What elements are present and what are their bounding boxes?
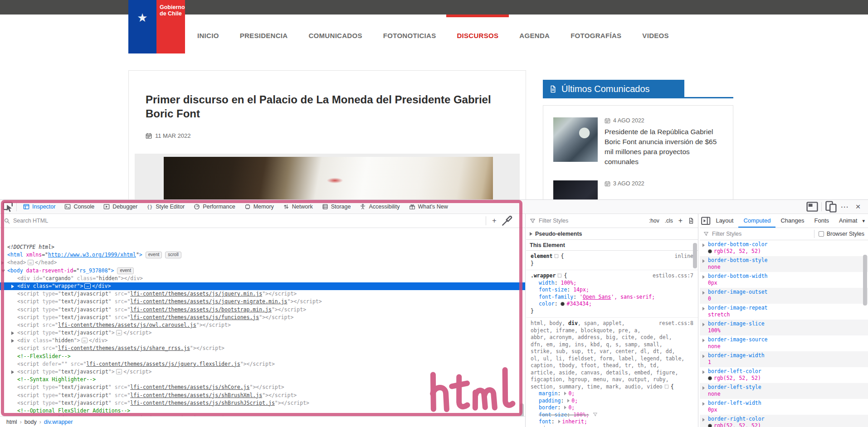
computed-property-row[interactable]: border-left-width0px [700,399,868,415]
expand-property-icon[interactable] [702,339,705,342]
highlight-selector-icon[interactable] [664,384,669,389]
computed-property-row[interactable]: border-bottom-width0px [700,272,868,288]
expand-value-icon[interactable] [567,399,570,403]
highlight-selector-icon[interactable] [554,254,559,258]
expand-value-icon[interactable] [564,406,566,409]
markup-line[interactable]: <script type="text/javascript" src="lfi-… [0,392,525,399]
css-declaration[interactable]: border: 0; [531,404,693,412]
markup-line[interactable]: <!--Syntax Highlighter--> [0,376,525,383]
css-declaration[interactable]: font-size: 100%; [531,412,693,419]
expand-value-icon[interactable] [564,392,566,395]
devtools-tab-what-s-new[interactable]: What's New [405,200,453,214]
computed-property-row[interactable]: border-image-repeatstretch [700,304,868,320]
sidebar-tab-layout[interactable]: Layout [711,214,738,228]
expand-property-icon[interactable] [702,307,705,311]
nav-item-discursos[interactable]: DISCURSOS [446,15,509,53]
css-declaration[interactable]: font-family: 'Open Sans', sans-serif; [531,294,693,301]
markup-line[interactable]: <body data-rsevent-id="rs_937808">event [0,267,525,275]
class-toggle[interactable]: .cls [665,218,673,224]
devtools-tab-debugger[interactable]: Debugger [99,200,142,214]
nav-item-inicio[interactable]: INICIO [187,15,229,53]
color-swatch[interactable] [561,302,565,306]
create-node-button[interactable]: + [488,215,501,227]
nav-item-presidencia[interactable]: PRESIDENCIA [229,15,298,53]
print-simulation-icon[interactable] [688,218,694,224]
expand-value-icon[interactable] [558,420,561,423]
rules-filter-input[interactable] [539,218,649,224]
expand-property-icon[interactable] [702,370,705,374]
expand-twisty-icon[interactable] [1,261,4,265]
markup-line[interactable]: <script src="lfi-content/themes/assets/j… [0,321,525,329]
css-declaration[interactable]: color: #343434; [531,301,693,308]
computed-property-row[interactable]: border-image-outset0 [700,288,868,304]
css-declaration[interactable]: font: inherit; [531,418,693,426]
event-badge[interactable]: event [146,252,162,258]
devtools-tab-performance[interactable]: Performance [189,200,240,214]
devtools-tab-accessibility[interactable]: Accessibility [355,200,404,214]
expand-property-icon[interactable] [702,418,705,422]
markup-line[interactable]: <script type="text/javascript">…</script… [0,329,525,337]
rule-source-link[interactable]: estilos.css:7 [653,272,693,280]
markup-line[interactable]: <html xmlns="http://www.w3.org/1999/xhtm… [0,251,525,259]
close-devtools-button[interactable]: × [852,201,864,213]
css-declaration[interactable]: padding: 0; [531,398,693,405]
markup-line[interactable]: <script type="text/javascript" src="lfi-… [0,399,525,407]
expand-twisty-icon[interactable] [11,339,14,343]
markup-line[interactable]: <head>…</head> [0,259,525,267]
devtools-tab-console[interactable]: Console [60,200,99,214]
markup-line[interactable]: <div class="wrapper">…</div> [0,282,525,290]
eyedropper-button[interactable] [501,215,513,227]
css-declaration[interactable]: margin: 0; [531,390,693,398]
markup-line[interactable]: <div id="cargando" class="hidden"></div> [0,275,525,282]
breadcrumb-item[interactable]: div.wrapper [41,419,76,425]
markup-line[interactable]: <script type="text/javascript" src="lfi-… [0,314,525,321]
expand-twisty-icon[interactable] [11,285,14,288]
expand-property-icon[interactable] [702,291,705,295]
expand-property-icon[interactable] [702,354,705,358]
responsive-design-mode-button[interactable] [824,201,837,213]
expand-property-icon[interactable] [702,275,705,279]
news-item[interactable]: 3 AGO 2022 [553,180,723,187]
markup-line[interactable]: <script type="text/javascript" src="lfi-… [0,290,525,298]
scroll-badge[interactable]: scroll [165,252,181,258]
rules-scrollbar-thumb[interactable] [693,243,697,268]
news-item[interactable]: 4 AGO 2022Presidente de la República Gab… [553,117,723,167]
computed-property-row[interactable]: border-left-stylenone [700,383,868,399]
nav-item-fotonoticias[interactable]: FOTONOTICIAS [373,15,447,53]
inline-expander[interactable]: … [84,283,90,289]
markup-line[interactable]: <script type="text/javascript" src="lfi-… [0,383,525,391]
nav-item-comunicados[interactable]: COMUNICADOS [298,15,372,53]
css-declaration[interactable]: font-size: 14px; [531,286,693,294]
nav-item-videos[interactable]: VIDEOS [632,15,679,53]
gobierno-de-chile-logo[interactable]: ★ Gobierno de Chile [128,0,185,53]
computed-property-row[interactable]: border-image-sourcenone [700,335,868,351]
select-iframe-button[interactable] [806,201,819,213]
computed-property-row[interactable]: border-image-slice100% [700,320,868,335]
computed-property-row[interactable]: border-left-colorrgb(52, 52, 52) [700,367,868,383]
markup-line[interactable]: <script type="text/javascript" src="lfi-… [0,298,525,306]
nav-item-agenda[interactable]: AGENDA [509,15,560,53]
expand-twisty-icon[interactable] [1,270,5,272]
devtools-tab-storage[interactable]: Storage [317,200,356,214]
pseudo-elements-accordion[interactable]: Pseudo-elements [526,228,698,240]
expand-twisty-icon[interactable] [11,331,14,335]
markup-line[interactable]: <!--FlexSlider--> [0,353,525,360]
devtools-tab-style-editor[interactable]: {}Style Editor [142,200,189,214]
node-picker-button[interactable] [2,201,15,213]
computed-property-row[interactable]: border-bottom-colorrgb(52, 52, 52) [700,240,868,256]
expand-property-icon[interactable] [702,259,705,263]
expand-twisty-icon[interactable] [11,370,14,374]
inline-expander[interactable]: … [116,330,122,335]
sidebar-tab-changes[interactable]: Changes [775,214,809,228]
expand-sidebar-button[interactable] [701,215,711,227]
pseudo-class-toggle[interactable]: :hov [649,218,659,224]
rule-source-link[interactable]: inline [674,253,693,260]
sidebar-tab-fonts[interactable]: Fonts [809,214,834,228]
computed-filter-input[interactable] [712,231,810,237]
sidebar-tab-computed[interactable]: Computed [738,214,775,228]
markup-line[interactable]: <script type="text/javascript">…</script… [0,368,525,376]
add-rule-button[interactable]: + [678,217,683,225]
computed-scrollbar-thumb[interactable] [863,255,867,306]
inline-expander[interactable]: … [28,260,34,265]
expand-property-icon[interactable] [702,323,705,326]
